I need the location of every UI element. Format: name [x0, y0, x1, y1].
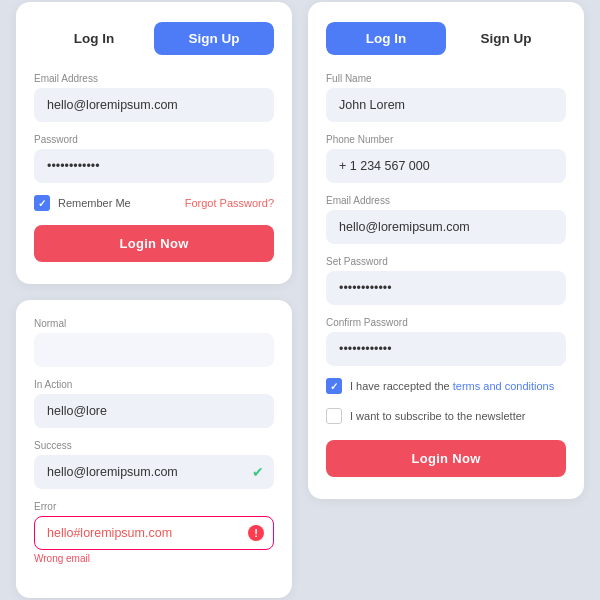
login-button-left[interactable]: Login Now — [34, 225, 274, 262]
password-field-group: Password — [34, 134, 274, 183]
forgot-password-link[interactable]: Forgot Password? — [185, 197, 274, 209]
remember-label: Remember Me — [58, 197, 131, 209]
error-label: Error — [34, 501, 274, 512]
error-wrapper — [34, 516, 274, 550]
tab-login-right[interactable]: Log In — [326, 22, 446, 55]
states-card: Normal In Action Success ✔ Error — [16, 300, 292, 598]
terms-link[interactable]: terms and conditions — [453, 380, 555, 392]
email-right-input[interactable] — [326, 210, 566, 244]
email-label: Email Address — [34, 73, 274, 84]
tab-signup-right[interactable]: Sign Up — [446, 22, 566, 55]
success-icon: ✔ — [252, 464, 264, 480]
success-field-group: Success ✔ — [34, 440, 274, 489]
in-action-field-group: In Action — [34, 379, 274, 428]
error-message: Wrong email — [34, 553, 274, 564]
error-icon — [248, 525, 264, 541]
tab-login-left[interactable]: Log In — [34, 22, 154, 55]
newsletter-row: I want to subscribe to the newsletter — [326, 408, 566, 424]
email-right-field-group: Email Address — [326, 195, 566, 244]
remember-checkbox[interactable]: ✓ — [34, 195, 50, 211]
terms-row: ✓ I have raccepted the terms and conditi… — [326, 378, 566, 394]
remember-row: ✓ Remember Me Forgot Password? — [34, 195, 274, 211]
newsletter-label: I want to subscribe to the newsletter — [350, 410, 525, 422]
password-label: Password — [34, 134, 274, 145]
phone-input[interactable] — [326, 149, 566, 183]
success-input[interactable] — [34, 455, 274, 489]
email-right-label: Email Address — [326, 195, 566, 206]
normal-input[interactable] — [34, 333, 274, 367]
normal-label: Normal — [34, 318, 274, 329]
set-password-field-group: Set Password — [326, 256, 566, 305]
confirm-password-input[interactable] — [326, 332, 566, 366]
set-password-label: Set Password — [326, 256, 566, 267]
error-input[interactable] — [34, 516, 274, 550]
login-button-right[interactable]: Login Now — [326, 440, 566, 477]
fullname-field-group: Full Name — [326, 73, 566, 122]
terms-text: I have raccepted the terms and condition… — [350, 380, 554, 392]
phone-field-group: Phone Number — [326, 134, 566, 183]
email-field-group: Email Address — [34, 73, 274, 122]
confirm-password-label: Confirm Password — [326, 317, 566, 328]
newsletter-checkbox[interactable] — [326, 408, 342, 424]
fullname-input[interactable] — [326, 88, 566, 122]
password-input[interactable] — [34, 149, 274, 183]
set-password-input[interactable] — [326, 271, 566, 305]
success-label: Success — [34, 440, 274, 451]
in-action-input[interactable] — [34, 394, 274, 428]
phone-label: Phone Number — [326, 134, 566, 145]
normal-field-group: Normal — [34, 318, 274, 367]
fullname-label: Full Name — [326, 73, 566, 84]
confirm-password-field-group: Confirm Password — [326, 317, 566, 366]
email-input[interactable] — [34, 88, 274, 122]
error-field-group: Error Wrong email — [34, 501, 274, 564]
success-wrapper: ✔ — [34, 455, 274, 489]
in-action-label: In Action — [34, 379, 274, 390]
terms-checkbox[interactable]: ✓ — [326, 378, 342, 394]
tab-signup-left[interactable]: Sign Up — [154, 22, 274, 55]
